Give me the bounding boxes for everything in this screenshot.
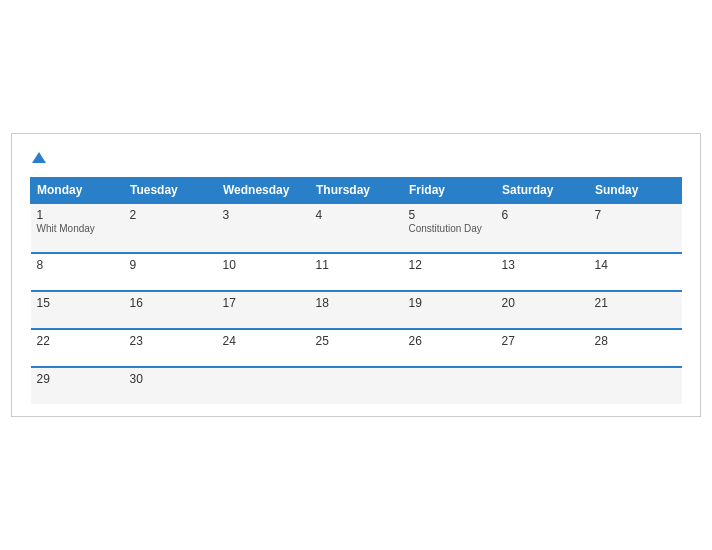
day-number: 16 [130,296,211,310]
day-number: 22 [37,334,118,348]
weekday-header-thursday: Thursday [310,178,403,204]
calendar-thead: MondayTuesdayWednesdayThursdayFridaySatu… [31,178,682,204]
calendar-cell: 4 [310,203,403,253]
logo-triangle-icon [32,152,46,163]
calendar-cell: 30 [124,367,217,404]
week-row-4: 22232425262728 [31,329,682,367]
calendar-cell: 8 [31,253,124,291]
day-number: 10 [223,258,304,272]
weekday-header-friday: Friday [403,178,496,204]
day-event: Constitution Day [409,223,490,234]
calendar-cell: 10 [217,253,310,291]
calendar-cell: 20 [496,291,589,329]
day-number: 9 [130,258,211,272]
day-number: 20 [502,296,583,310]
day-number: 5 [409,208,490,222]
day-event: Whit Monday [37,223,118,234]
day-number: 27 [502,334,583,348]
calendar-cell: 22 [31,329,124,367]
weekday-header-row: MondayTuesdayWednesdayThursdayFridaySatu… [31,178,682,204]
calendar-cell: 23 [124,329,217,367]
day-number: 11 [316,258,397,272]
calendar-cell: 29 [31,367,124,404]
day-number: 13 [502,258,583,272]
calendar-cell: 24 [217,329,310,367]
weekday-header-wednesday: Wednesday [217,178,310,204]
calendar-cell: 17 [217,291,310,329]
day-number: 29 [37,372,118,386]
calendar-cell: 19 [403,291,496,329]
calendar-cell [310,367,403,404]
day-number: 21 [595,296,676,310]
weekday-header-sunday: Sunday [589,178,682,204]
calendar-cell: 3 [217,203,310,253]
day-number: 7 [595,208,676,222]
day-number: 14 [595,258,676,272]
calendar-cell: 5Constitution Day [403,203,496,253]
calendar-cell: 15 [31,291,124,329]
weekday-header-monday: Monday [31,178,124,204]
week-row-1: 1Whit Monday2345Constitution Day67 [31,203,682,253]
calendar-cell: 28 [589,329,682,367]
calendar-container: MondayTuesdayWednesdayThursdayFridaySatu… [11,133,701,418]
calendar-cell: 2 [124,203,217,253]
day-number: 19 [409,296,490,310]
day-number: 30 [130,372,211,386]
calendar-cell: 27 [496,329,589,367]
day-number: 8 [37,258,118,272]
day-number: 25 [316,334,397,348]
calendar-cell: 14 [589,253,682,291]
calendar-cell: 18 [310,291,403,329]
day-number: 1 [37,208,118,222]
day-number: 6 [502,208,583,222]
day-number: 15 [37,296,118,310]
calendar-cell: 1Whit Monday [31,203,124,253]
logo-general [30,150,46,168]
day-number: 26 [409,334,490,348]
weekday-header-tuesday: Tuesday [124,178,217,204]
calendar-cell: 9 [124,253,217,291]
calendar-cell [496,367,589,404]
week-row-3: 15161718192021 [31,291,682,329]
calendar-header [30,150,682,168]
calendar-cell: 6 [496,203,589,253]
day-number: 3 [223,208,304,222]
day-number: 2 [130,208,211,222]
week-row-2: 891011121314 [31,253,682,291]
calendar-cell: 25 [310,329,403,367]
day-number: 17 [223,296,304,310]
calendar-cell: 7 [589,203,682,253]
day-number: 24 [223,334,304,348]
weekday-header-saturday: Saturday [496,178,589,204]
day-number: 28 [595,334,676,348]
calendar-table: MondayTuesdayWednesdayThursdayFridaySatu… [30,177,682,404]
day-number: 4 [316,208,397,222]
day-number: 18 [316,296,397,310]
day-number: 12 [409,258,490,272]
calendar-cell [589,367,682,404]
calendar-cell: 13 [496,253,589,291]
logo [30,150,46,168]
calendar-cell: 11 [310,253,403,291]
day-number: 23 [130,334,211,348]
calendar-cell: 12 [403,253,496,291]
calendar-cell: 21 [589,291,682,329]
calendar-cell [217,367,310,404]
calendar-body: 1Whit Monday2345Constitution Day67891011… [31,203,682,404]
calendar-cell [403,367,496,404]
calendar-cell: 16 [124,291,217,329]
calendar-cell: 26 [403,329,496,367]
week-row-5: 2930 [31,367,682,404]
